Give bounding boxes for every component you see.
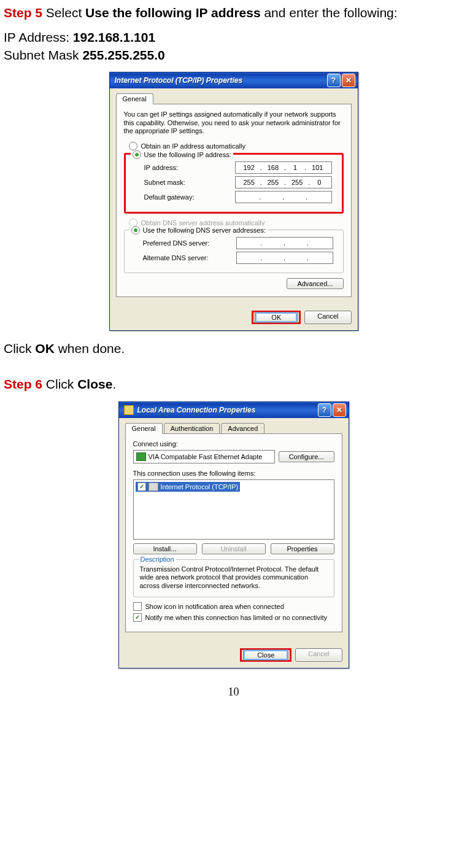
mask-input[interactable]: 255. 255. 255. 0 xyxy=(235,176,332,188)
description-text: Transmission Control Protocol/Internet P… xyxy=(140,565,328,591)
item-checkbox[interactable] xyxy=(137,482,146,491)
step6-bold: Close xyxy=(77,377,112,391)
connection-icon xyxy=(124,405,134,415)
properties-button[interactable]: Properties xyxy=(271,543,334,554)
dns-settings-group: Use the following DNS server addresses: … xyxy=(124,230,344,273)
mask-octet-1: 255 xyxy=(243,179,254,186)
step6-text-a: Click xyxy=(42,377,77,391)
click-ok-text: Click OK when done. xyxy=(4,341,463,357)
ip-address-label: IP Address: xyxy=(4,30,73,44)
uninstall-button: Uninstall xyxy=(202,543,266,554)
radio-manual-icon[interactable] xyxy=(133,150,141,159)
step5-label: Step 5 xyxy=(4,6,42,20)
checkbox-icon[interactable] xyxy=(133,602,142,611)
preferred-dns-input[interactable]: . . . xyxy=(236,237,333,249)
notify-checkbox-row[interactable]: Notify me when this connection has limit… xyxy=(133,613,334,622)
description-group: Description Transmission Control Protoco… xyxy=(133,559,334,597)
ok-button[interactable]: OK xyxy=(255,312,298,323)
radio-manual-label: Use the following IP address: xyxy=(144,151,231,158)
description-legend: Description xyxy=(139,556,176,563)
mask-octet-4: 0 xyxy=(317,179,321,186)
gateway-input[interactable]: . . . xyxy=(235,191,332,203)
alternate-dns-input[interactable]: . . . xyxy=(236,252,333,264)
step5-bold: Use the following IP address xyxy=(85,6,261,20)
configure-button[interactable]: Configure... xyxy=(279,451,334,462)
cancel-button[interactable]: Cancel xyxy=(304,311,351,324)
notify-label: Notify me when this connection has limit… xyxy=(145,614,328,621)
connect-using-label: Connect using: xyxy=(133,440,334,448)
titlebar[interactable]: Local Area Connection Properties ? ✕ xyxy=(119,402,349,418)
step5-text-b: and enter the following: xyxy=(261,6,398,20)
nic-icon xyxy=(136,452,146,461)
adapter-name: VIA Compatable Fast Ethernet Adapte xyxy=(149,453,263,460)
items-label: This connection uses the following items… xyxy=(133,470,334,477)
radio-dns-manual-label: Use the following DNS server addresses: xyxy=(143,227,266,234)
show-icon-label: Show icon in notification area when conn… xyxy=(145,603,284,610)
gateway-label: Default gateway: xyxy=(144,193,195,201)
ip-input[interactable]: 192. 168. 1 . 101 xyxy=(235,161,332,174)
page-number: 10 xyxy=(4,686,463,699)
mask-label: Subnet mask: xyxy=(144,179,185,186)
close-highlight: Close xyxy=(240,648,291,662)
show-icon-checkbox-row[interactable]: Show icon in notification area when conn… xyxy=(133,602,334,611)
help-button[interactable]: ? xyxy=(327,74,341,87)
step6-label: Step 6 xyxy=(4,377,42,391)
radio-obtain-auto-label: Obtain an IP address automatically xyxy=(141,142,245,150)
tab-general[interactable]: General xyxy=(125,423,163,434)
click-ok-c: when done. xyxy=(55,341,125,355)
close-icon[interactable]: ✕ xyxy=(333,403,346,417)
step5-text-a: Select xyxy=(42,6,85,20)
item-label: Internet Protocol (TCP/IP) xyxy=(161,483,239,490)
subnet-label: Subnet Mask xyxy=(4,48,82,62)
ip-label: IP address: xyxy=(144,164,178,171)
close-button[interactable]: Close xyxy=(243,649,288,661)
title-text: Internet Protocol (TCP/IP) Properties xyxy=(115,76,326,85)
ip-address-value: 192.168.1.101 xyxy=(73,30,155,44)
alternate-dns-label: Alternate DNS server: xyxy=(143,254,209,262)
protocol-icon xyxy=(149,482,158,491)
advanced-button[interactable]: Advanced... xyxy=(287,278,343,289)
click-ok-a: Click xyxy=(4,341,35,355)
list-item[interactable]: Internet Protocol (TCP/IP) xyxy=(136,482,241,492)
preferred-dns-label: Preferred DNS server: xyxy=(143,239,210,247)
radio-dns-manual-icon[interactable] xyxy=(131,226,140,234)
adapter-box[interactable]: VIA Compatable Fast Ethernet Adapte xyxy=(133,450,275,463)
tcpip-properties-dialog: Internet Protocol (TCP/IP) Properties ? … xyxy=(109,72,358,331)
cancel-button: Cancel xyxy=(295,648,342,662)
ok-highlight: OK xyxy=(252,311,301,324)
tab-general[interactable]: General xyxy=(116,93,153,104)
subnet-value: 255.255.255.0 xyxy=(82,48,164,62)
click-ok-b: OK xyxy=(35,341,55,355)
ip-octet-3: 1 xyxy=(293,164,297,171)
ip-octet-4: 101 xyxy=(312,164,323,171)
ip-settings-group: Use the following IP address: IP address… xyxy=(124,153,344,214)
tab-authentication[interactable]: Authentication xyxy=(164,423,220,434)
checkbox-icon[interactable] xyxy=(133,613,142,622)
step5-instruction: Step 5 Select Use the following IP addre… xyxy=(4,5,463,21)
step6-instruction: Step 6 Click Close. xyxy=(4,376,463,392)
ip-octet-1: 192 xyxy=(243,164,254,171)
radio-obtain-auto[interactable]: Obtain an IP address automatically xyxy=(129,142,344,150)
lan-properties-dialog: Local Area Connection Properties ? ✕ Gen… xyxy=(118,401,349,668)
tcpip-description: You can get IP settings assigned automat… xyxy=(124,110,344,136)
tab-advanced[interactable]: Advanced xyxy=(221,423,264,434)
step6-text-b: . xyxy=(112,377,116,391)
subnet-line: Subnet Mask 255.255.255.0 xyxy=(4,47,463,63)
item-list[interactable]: Internet Protocol (TCP/IP) xyxy=(133,479,334,540)
titlebar[interactable]: Internet Protocol (TCP/IP) Properties ? … xyxy=(110,72,358,88)
ip-octet-2: 168 xyxy=(268,164,279,171)
help-button[interactable]: ? xyxy=(318,403,331,417)
install-button[interactable]: Install... xyxy=(133,543,197,554)
title-text: Local Area Connection Properties xyxy=(137,406,317,414)
mask-octet-2: 255 xyxy=(268,179,279,186)
ip-address-line: IP Address: 192.168.1.101 xyxy=(4,29,463,45)
close-icon[interactable]: ✕ xyxy=(342,74,355,87)
radio-icon xyxy=(129,142,137,150)
mask-octet-3: 255 xyxy=(291,179,303,186)
